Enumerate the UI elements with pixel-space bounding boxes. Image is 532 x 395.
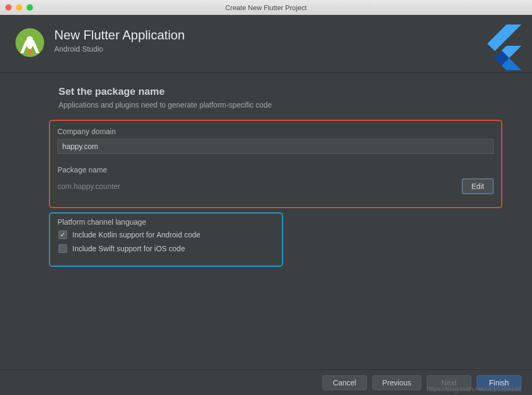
- header-text: New Flutter Application Android Studio: [54, 28, 185, 53]
- section-description: Applications and plugins need to generat…: [59, 101, 516, 109]
- platform-language-group: Platform channel language Include Kotlin…: [49, 212, 283, 267]
- swift-checkbox[interactable]: [59, 244, 67, 253]
- platform-legend: Platform channel language: [57, 218, 275, 226]
- edit-package-button[interactable]: Edit: [462, 178, 494, 194]
- package-config-group: Company domain Package name com.happy.co…: [49, 120, 502, 208]
- previous-button[interactable]: Previous: [372, 375, 421, 390]
- window-title: Create New Flutter Project: [225, 4, 306, 12]
- page-subtitle: Android Studio: [54, 45, 185, 53]
- header: New Flutter Application Android Studio: [0, 15, 532, 73]
- section-title: Set the package name: [59, 86, 516, 97]
- android-studio-icon: [15, 28, 45, 57]
- page-title: New Flutter Application: [54, 28, 185, 43]
- window-controls: [5, 4, 33, 11]
- cancel-button[interactable]: Cancel: [322, 375, 367, 390]
- watermark: https://blog.csdn.net/u010358168: [427, 385, 521, 393]
- kotlin-checkbox-row[interactable]: Include Kotlin support for Android code: [59, 231, 275, 239]
- flutter-logo-icon: [484, 24, 521, 72]
- swift-checkbox-label: Include Swift support for iOS code: [72, 244, 185, 253]
- swift-checkbox-row[interactable]: Include Swift support for iOS code: [59, 244, 275, 253]
- svg-rect-2: [29, 49, 31, 54]
- kotlin-checkbox-label: Include Kotlin support for Android code: [72, 231, 201, 239]
- kotlin-checkbox[interactable]: [59, 231, 67, 239]
- maximize-window-button[interactable]: [27, 4, 33, 11]
- content-area: Set the package name Applications and pl…: [0, 73, 532, 279]
- company-domain-label: Company domain: [57, 127, 494, 136]
- company-domain-input[interactable]: [57, 139, 494, 154]
- close-window-button[interactable]: [5, 4, 12, 11]
- minimize-window-button[interactable]: [16, 4, 22, 11]
- titlebar: Create New Flutter Project: [0, 0, 532, 15]
- package-name-value: com.happy.counter: [57, 182, 120, 191]
- package-name-label: Package name: [57, 166, 494, 174]
